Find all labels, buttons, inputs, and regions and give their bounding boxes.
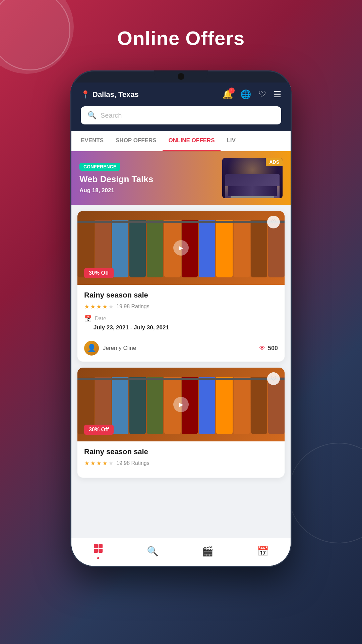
star-2-3: ★ [96, 460, 102, 467]
tab-online-offers[interactable]: ONLINE OFFERS [163, 131, 221, 151]
date-row-1: 📅 Date [84, 315, 278, 322]
calendar-nav-icon: 📅 [257, 546, 269, 557]
rating-count-1: 19,98 Ratings [116, 304, 149, 310]
header-icons: 🔔 4 🌐 ♡ ☰ [222, 89, 281, 100]
card-footer-1: 👤 Jeremy Cline 👁 500 [84, 336, 278, 356]
promo-banner[interactable]: CONFERENCE Web Design Talks Aug 18, 2021… [71, 151, 291, 205]
phone-frame: 📍 Dallas, Texas 🔔 4 🌐 ♡ ☰ 🔍 Search [70, 70, 292, 567]
banner-title: Web Design Talks [79, 174, 153, 184]
content-area: CONFERENCE Web Design Talks Aug 18, 2021… [71, 151, 291, 538]
cloth-12 [268, 220, 285, 277]
svg-rect-1 [99, 544, 103, 548]
star-1-1: ★ [84, 303, 89, 310]
card-title-1: Rainy season sale [84, 291, 278, 300]
cloth-10 [234, 220, 250, 277]
rating-count-2: 19,98 Ratings [116, 460, 149, 466]
cloth-2-11 [251, 377, 267, 434]
nav-home[interactable] [93, 543, 103, 559]
svg-rect-2 [94, 549, 98, 553]
app-header: 📍 Dallas, Texas 🔔 4 🌐 ♡ ☰ 🔍 Search [71, 83, 291, 131]
nav-video[interactable]: 🎬 [202, 546, 214, 557]
date-label-1: Date [95, 316, 106, 322]
card-body-2: Rainy season sale ★ ★ ★ ★ ★ 19,98 Rating… [77, 441, 285, 478]
card-image-1: 30% Off ♡ ▶ [77, 211, 285, 285]
tab-events[interactable]: EVENTS [75, 131, 110, 151]
cloth-2-5 [147, 377, 163, 434]
card-body-1: Rainy season sale ★ ★ ★ ★ ★ 19,98 Rating… [77, 285, 285, 362]
star-1-5: ★ [108, 303, 114, 310]
globe-icon[interactable]: 🌐 [240, 89, 251, 100]
cloth-11 [251, 220, 267, 277]
discount-badge-1: 30% Off [84, 268, 114, 278]
cloth-9 [216, 220, 233, 277]
banner-info: CONFERENCE Web Design Talks Aug 18, 2021 [79, 163, 153, 194]
search-placeholder: Search [101, 112, 122, 119]
user-avatar-1: 👤 [84, 341, 99, 356]
svg-rect-0 [94, 544, 98, 548]
heart-icon[interactable]: ♡ [258, 89, 266, 100]
rating-row-2: ★ ★ ★ ★ ★ 19,98 Ratings [84, 460, 278, 467]
cloth-2-10 [234, 377, 250, 434]
cloth-3 [112, 220, 129, 277]
nav-calendar[interactable]: 📅 [257, 546, 269, 557]
tab-shop-offers[interactable]: SHOP OFFERS [110, 131, 163, 151]
stage-visual [225, 174, 280, 198]
rack-bar-2 [77, 378, 285, 380]
phone-notch [154, 70, 208, 83]
cloth-2-8 [199, 377, 215, 434]
favorite-button-1[interactable]: ♡ [267, 216, 280, 228]
star-2-2: ★ [90, 460, 96, 467]
views-row-1: 👁 500 [259, 345, 278, 352]
offer-card-1: 30% Off ♡ ▶ Rainy season sale ★ ★ ★ ★ ★ [77, 211, 285, 362]
tab-live[interactable]: LIV [221, 131, 241, 151]
discount-badge-2: 30% Off [84, 425, 114, 435]
phone-camera [178, 73, 184, 80]
cloth-5 [147, 220, 163, 277]
star-1-4: ★ [102, 303, 108, 310]
play-button-2[interactable]: ▶ [173, 397, 189, 412]
date-value-1: July 23, 2021 - July 30, 2021 [84, 324, 278, 331]
tab-bar: EVENTS SHOP OFFERS ONLINE OFFERS LIV [71, 131, 291, 151]
location-text: Dallas, Texas [93, 90, 139, 99]
rack-bar-1 [77, 221, 285, 223]
video-icon: 🎬 [202, 546, 214, 557]
bg-decoration-arc [288, 443, 362, 543]
notification-badge: 4 [229, 88, 235, 94]
stars-2: ★ ★ ★ ★ ★ [84, 460, 114, 467]
ads-badge: ADS [266, 158, 283, 166]
conference-badge: CONFERENCE [79, 163, 120, 171]
views-count-1: 500 [268, 345, 278, 352]
star-1-3: ★ [96, 303, 102, 310]
svg-rect-3 [99, 549, 103, 553]
star-2-5: ★ [108, 460, 114, 467]
favorite-button-2[interactable]: ♡ [267, 372, 280, 385]
play-button-1[interactable]: ▶ [173, 240, 189, 256]
nav-search[interactable]: 🔍 [147, 546, 159, 557]
nav-active-dot [97, 557, 99, 559]
cloth-2-4 [129, 377, 146, 434]
home-icon [93, 543, 103, 556]
page-title: Online Offers [0, 27, 362, 49]
banner-image: ADS [222, 158, 283, 198]
phone-screen: 📍 Dallas, Texas 🔔 4 🌐 ♡ ☰ 🔍 Search [71, 83, 291, 566]
star-2-1: ★ [84, 460, 89, 467]
eye-icon-1: 👁 [259, 345, 265, 352]
user-row-1[interactable]: 👤 Jeremy Cline [84, 341, 136, 356]
cloth-8 [199, 220, 215, 277]
notification-icon[interactable]: 🔔 4 [222, 89, 233, 100]
card-title-2: Rainy season sale [84, 447, 278, 456]
star-1-2: ★ [90, 303, 96, 310]
search-nav-icon: 🔍 [147, 546, 159, 557]
card-image-2: 30% Off ♡ ▶ [77, 368, 285, 441]
offer-card-2: 30% Off ♡ ▶ Rainy season sale ★ ★ ★ ★ ★ [77, 368, 285, 478]
bottom-navigation: 🔍 🎬 📅 [71, 538, 291, 566]
menu-icon[interactable]: ☰ [274, 89, 281, 100]
cloth-2-3 [112, 377, 129, 434]
location-row[interactable]: 📍 Dallas, Texas [81, 90, 139, 99]
rating-row-1: ★ ★ ★ ★ ★ 19,98 Ratings [84, 303, 278, 310]
stars-1: ★ ★ ★ ★ ★ [84, 303, 114, 310]
cloth-4 [129, 220, 146, 277]
calendar-icon-1: 📅 [84, 315, 92, 322]
search-bar[interactable]: 🔍 Search [81, 106, 281, 124]
banner-date: Aug 18, 2021 [79, 187, 153, 194]
